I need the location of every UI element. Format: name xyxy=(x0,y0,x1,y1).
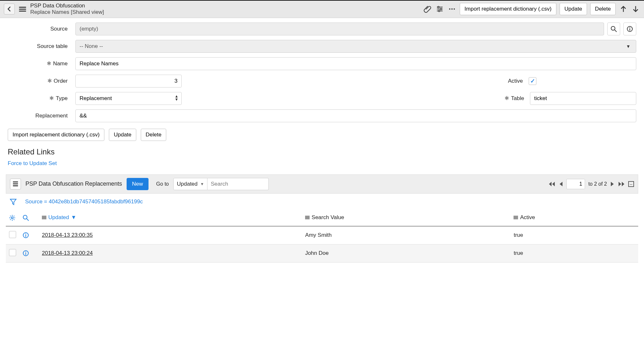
label-replacement: Replacement xyxy=(8,113,68,119)
mandatory-icon: ✱ xyxy=(47,60,51,67)
menu-icon[interactable] xyxy=(18,5,27,14)
svg-point-9 xyxy=(611,26,615,30)
pager: to 2 of 2 – xyxy=(548,179,634,189)
svg-point-5 xyxy=(438,10,440,12)
row-info-icon[interactable] xyxy=(23,250,35,256)
first-page-icon[interactable] xyxy=(548,181,555,187)
sort-desc-icon: ▼ xyxy=(71,214,76,221)
column-search-value[interactable]: Search Value xyxy=(305,214,344,221)
svg-point-29 xyxy=(25,252,26,253)
label-name: Name xyxy=(53,60,68,67)
row-info-icon[interactable] xyxy=(23,232,35,238)
cell-search-value: Amy Smith xyxy=(305,232,332,238)
more-icon[interactable] xyxy=(447,5,457,14)
label-source-table: Source table xyxy=(8,43,68,50)
column-menu-icon[interactable] xyxy=(514,215,518,220)
label-source: Source xyxy=(8,26,68,32)
svg-point-8 xyxy=(454,8,455,10)
svg-point-23 xyxy=(23,215,27,219)
name-input[interactable] xyxy=(75,57,636,70)
import-button[interactable]: Import replacement dictionary (.csv) xyxy=(8,129,104,141)
row-checkbox[interactable] xyxy=(9,249,16,256)
svg-line-10 xyxy=(615,30,617,32)
import-button-top[interactable]: Import replacement dictionary (.csv) xyxy=(460,3,556,15)
label-active: Active xyxy=(504,78,523,84)
collapse-icon[interactable]: – xyxy=(628,181,634,187)
column-menu-icon[interactable] xyxy=(42,215,46,220)
svg-point-7 xyxy=(451,8,453,10)
replacement-input[interactable] xyxy=(75,109,636,122)
table-row[interactable]: 2018-04-13 23:00:35 Amy Smith true xyxy=(6,226,638,245)
table-input[interactable] xyxy=(530,92,636,105)
svg-line-19 xyxy=(10,216,11,216)
delete-button-top[interactable]: Delete xyxy=(590,3,616,15)
update-button[interactable]: Update xyxy=(109,129,136,141)
page-subtitle: Replace Names [Shared view] xyxy=(30,9,104,15)
svg-rect-27 xyxy=(25,235,26,237)
label-table: Table xyxy=(511,95,524,102)
active-checkbox[interactable]: ✓ xyxy=(529,77,536,85)
svg-point-3 xyxy=(440,8,442,10)
source-table-select[interactable]: -- None -- xyxy=(75,40,636,53)
column-active[interactable]: Active xyxy=(514,214,535,221)
attachment-icon[interactable] xyxy=(423,5,432,14)
source-info-icon[interactable] xyxy=(623,23,636,35)
related-links-heading: Related Links xyxy=(0,145,644,158)
new-button[interactable]: New xyxy=(127,178,149,190)
related-list-table: Updated ▼ Search Value Active 20 xyxy=(6,210,638,263)
cell-active: true xyxy=(514,250,523,256)
search-column-icon[interactable] xyxy=(23,215,35,221)
settings-sliders-icon[interactable] xyxy=(435,5,444,14)
list-search-input[interactable] xyxy=(207,178,269,190)
cell-active: true xyxy=(514,232,523,238)
cell-updated[interactable]: 2018-04-13 23:00:35 xyxy=(42,232,93,238)
cell-updated[interactable]: 2018-04-13 23:00:24 xyxy=(42,250,93,256)
last-page-icon[interactable] xyxy=(618,181,625,187)
svg-line-20 xyxy=(14,219,14,220)
form-action-row: Import replacement dictionary (.csv) Upd… xyxy=(0,127,644,145)
page-range: to 2 of 2 xyxy=(588,181,607,187)
source-field[interactable]: (empty) xyxy=(75,23,604,35)
goto-field-select[interactable]: Updated xyxy=(173,178,207,190)
mandatory-icon: ✱ xyxy=(505,95,509,102)
back-button[interactable] xyxy=(4,4,15,14)
select-caret-icon: ▲▼ xyxy=(175,95,178,101)
svg-point-12 xyxy=(630,27,630,28)
prev-page-icon[interactable] xyxy=(559,181,563,187)
mandatory-icon: ✱ xyxy=(49,95,54,102)
page-number-input[interactable] xyxy=(566,179,585,189)
svg-point-14 xyxy=(11,217,13,219)
svg-line-22 xyxy=(14,216,14,216)
list-menu-icon[interactable] xyxy=(10,179,21,190)
svg-rect-30 xyxy=(25,253,26,255)
top-bar: PSP Data Obfuscation Replace Names [Shar… xyxy=(0,0,644,18)
arrow-down-icon[interactable] xyxy=(631,5,640,14)
page-title: PSP Data Obfuscation xyxy=(30,3,104,9)
label-order: Order xyxy=(54,78,68,84)
table-row[interactable]: 2018-04-13 23:00:24 John Doe true xyxy=(6,244,638,262)
row-checkbox[interactable] xyxy=(9,231,16,238)
related-list-header: PSP Data Obfuscation Replacements New Go… xyxy=(6,174,638,194)
svg-line-24 xyxy=(27,219,29,221)
filter-icon[interactable] xyxy=(10,198,17,205)
order-input[interactable] xyxy=(75,75,182,88)
mandatory-icon: ✱ xyxy=(47,78,52,84)
svg-point-26 xyxy=(25,234,26,235)
gear-icon[interactable] xyxy=(9,215,16,221)
svg-line-21 xyxy=(10,219,11,220)
page-title-block: PSP Data Obfuscation Replace Names [Shar… xyxy=(30,3,104,16)
related-list-title: PSP Data Obfuscation Replacements xyxy=(25,181,122,187)
svg-point-6 xyxy=(449,8,450,10)
source-lookup-icon[interactable] xyxy=(607,23,620,35)
next-page-icon[interactable] xyxy=(610,181,615,187)
delete-button[interactable]: Delete xyxy=(141,129,166,141)
cell-search-value: John Doe xyxy=(305,250,329,256)
form-area: Source (empty) Source table -- None -- ✱… xyxy=(0,18,644,122)
column-updated[interactable]: Updated ▼ xyxy=(42,214,76,221)
filter-breadcrumb[interactable]: Source = 4042e8b1db7457405185fabdbf96199… xyxy=(25,199,143,205)
column-menu-icon[interactable] xyxy=(305,215,310,220)
arrow-up-icon[interactable] xyxy=(619,5,628,14)
force-update-set-link[interactable]: Force to Update Set xyxy=(0,158,64,169)
update-button-top[interactable]: Update xyxy=(560,3,587,15)
type-select[interactable]: ▲▼ xyxy=(75,92,182,105)
